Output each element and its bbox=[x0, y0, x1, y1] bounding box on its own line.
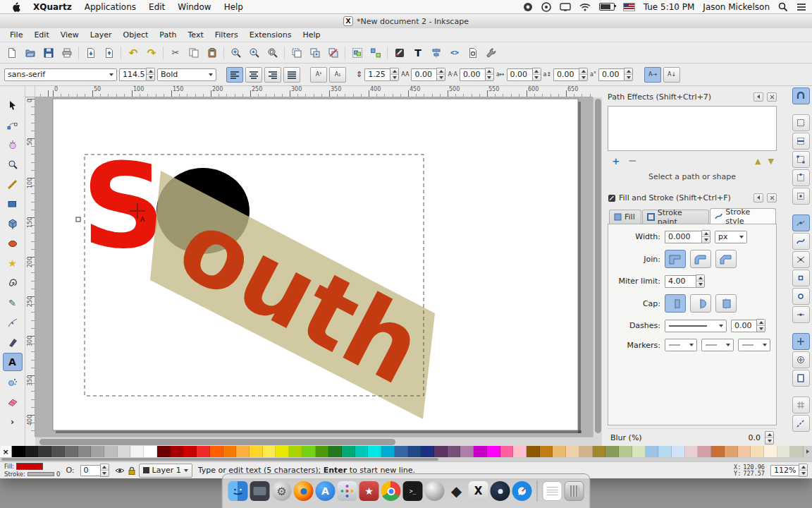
align-right-button[interactable] bbox=[264, 67, 281, 83]
group-button[interactable] bbox=[348, 44, 367, 62]
measure-tool[interactable] bbox=[3, 175, 23, 193]
tab-fill[interactable]: Fill bbox=[609, 210, 641, 224]
color-swatch[interactable] bbox=[460, 446, 474, 457]
pencil-tool[interactable]: ✎ bbox=[3, 294, 23, 312]
system-preferences-dock-icon[interactable]: ⚙ bbox=[272, 481, 292, 501]
safari-dock-icon[interactable] bbox=[512, 481, 532, 501]
clone-button[interactable] bbox=[306, 44, 324, 62]
color-swatch[interactable] bbox=[328, 446, 342, 457]
color-swatch[interactable] bbox=[91, 446, 104, 457]
font-size-spinner[interactable]: 114.5 bbox=[119, 68, 155, 81]
layer-selector-combo[interactable]: Layer 1 bbox=[139, 464, 192, 478]
color-swatch[interactable] bbox=[764, 446, 777, 457]
cap-butt-button[interactable] bbox=[665, 294, 686, 313]
tab-stroke-paint[interactable]: Stroke paint bbox=[642, 210, 709, 224]
snap-bbox-corners-button[interactable] bbox=[792, 151, 810, 168]
horizontal-ruler[interactable]: 050100150200250300350400450500550600650 bbox=[35, 86, 593, 97]
export-button[interactable] bbox=[100, 44, 118, 62]
snap-line-midpoints-button[interactable] bbox=[792, 306, 810, 323]
zoom-tool[interactable] bbox=[3, 155, 23, 174]
undo-button[interactable]: ↶ bbox=[124, 44, 142, 62]
color-swatch[interactable] bbox=[711, 446, 725, 457]
color-swatch[interactable] bbox=[368, 446, 381, 457]
snap-bounding-box-button[interactable] bbox=[792, 114, 810, 131]
finder-dock-icon[interactable] bbox=[228, 481, 248, 501]
color-swatch[interactable] bbox=[51, 446, 65, 457]
snap-nodes-button[interactable] bbox=[792, 214, 810, 231]
menubar-status-icon-1[interactable] bbox=[523, 2, 533, 12]
color-swatch[interactable] bbox=[118, 446, 131, 457]
xquartz-dock-icon[interactable]: X bbox=[469, 481, 488, 501]
duplicate-button[interactable] bbox=[288, 44, 306, 62]
selector-tool[interactable] bbox=[3, 96, 23, 114]
window-titlebar[interactable]: X *New document 2 - Inkscape bbox=[0, 14, 812, 29]
selection-handle[interactable] bbox=[76, 217, 80, 222]
snap-paths-button[interactable] bbox=[792, 233, 810, 250]
color-swatch[interactable] bbox=[685, 446, 699, 457]
color-swatch[interactable] bbox=[210, 446, 223, 457]
color-swatch[interactable] bbox=[65, 446, 78, 457]
snap-grids-button[interactable] bbox=[792, 397, 810, 413]
color-swatch[interactable] bbox=[593, 446, 606, 457]
scrollbar-thumb[interactable] bbox=[595, 99, 601, 433]
menu-item[interactable]: Layer bbox=[85, 29, 118, 41]
color-swatch[interactable] bbox=[355, 446, 369, 457]
color-swatch[interactable] bbox=[78, 446, 92, 457]
color-swatch[interactable] bbox=[104, 446, 118, 457]
menubar-item-applications[interactable]: Applications bbox=[78, 2, 142, 12]
color-swatch[interactable] bbox=[619, 446, 632, 457]
ungroup-button[interactable] bbox=[367, 44, 385, 62]
color-swatch[interactable] bbox=[434, 446, 448, 457]
wunderlist-dock-icon[interactable]: ★ bbox=[359, 481, 379, 501]
text-dialog-button[interactable]: T bbox=[409, 44, 427, 62]
battery-icon[interactable] bbox=[599, 3, 615, 11]
color-swatch[interactable] bbox=[553, 446, 566, 457]
copy-button[interactable] bbox=[185, 44, 203, 62]
node-editor-tool[interactable] bbox=[3, 116, 23, 134]
menubar-clock[interactable]: Tue 5:10 PM bbox=[644, 2, 695, 12]
panel-close-button[interactable] bbox=[767, 92, 777, 102]
spotlight-icon[interactable] bbox=[778, 2, 788, 12]
save-document-button[interactable] bbox=[39, 44, 58, 62]
word-spacing-spinner[interactable]: 0.00 bbox=[460, 68, 494, 81]
pen-tool[interactable] bbox=[3, 313, 23, 332]
mid-marker-combo[interactable] bbox=[701, 339, 734, 351]
color-swatch[interactable] bbox=[171, 446, 184, 457]
horizontal-text-button[interactable]: A→ bbox=[644, 67, 661, 83]
snap-bbox-midpoints-button[interactable] bbox=[792, 169, 810, 186]
color-swatch[interactable] bbox=[579, 446, 593, 457]
trash-dock-icon[interactable] bbox=[565, 481, 584, 501]
firefox-dock-icon[interactable] bbox=[294, 481, 314, 501]
align-center-button[interactable] bbox=[245, 67, 262, 83]
color-swatch[interactable] bbox=[395, 446, 408, 457]
color-swatch[interactable] bbox=[342, 446, 355, 457]
vertical-ruler[interactable]: 050100150200250300350400 bbox=[25, 97, 35, 437]
app-store-dock-icon[interactable]: A bbox=[316, 481, 336, 501]
terminal-dock-icon[interactable]: >_ bbox=[403, 481, 423, 501]
color-swatch[interactable] bbox=[487, 446, 500, 457]
menu-item[interactable]: Extensions bbox=[244, 29, 297, 41]
panel-collapse-button[interactable] bbox=[753, 92, 763, 102]
snap-enable-button[interactable] bbox=[792, 87, 810, 104]
ellipse-tool[interactable] bbox=[3, 234, 23, 253]
font-family-combo[interactable]: sans-serif bbox=[4, 68, 117, 81]
remove-path-effect-button[interactable]: − bbox=[628, 156, 637, 167]
color-swatch[interactable] bbox=[316, 446, 329, 457]
snap-page-border-button[interactable] bbox=[792, 370, 810, 387]
add-path-effect-button[interactable]: ＋ bbox=[610, 156, 621, 167]
cap-round-button[interactable] bbox=[690, 294, 711, 313]
canvas[interactable]: S outh A bbox=[35, 97, 593, 437]
vertical-shift-spinner[interactable]: 0.00 bbox=[553, 68, 588, 81]
align-left-button[interactable] bbox=[226, 67, 243, 83]
layer-lock-toggle[interactable] bbox=[128, 466, 136, 475]
start-marker-combo[interactable] bbox=[665, 339, 697, 351]
menu-item[interactable]: View bbox=[55, 29, 85, 41]
color-swatch[interactable] bbox=[448, 446, 461, 457]
palette-scroll-right-button[interactable] bbox=[804, 446, 812, 457]
preferences-button[interactable] bbox=[482, 44, 500, 62]
apple-menu[interactable] bbox=[6, 2, 27, 12]
color-swatch[interactable] bbox=[540, 446, 553, 457]
fill-color-swatch[interactable] bbox=[16, 463, 43, 470]
color-swatch[interactable] bbox=[289, 446, 302, 457]
menu-item[interactable]: Help bbox=[297, 29, 326, 41]
